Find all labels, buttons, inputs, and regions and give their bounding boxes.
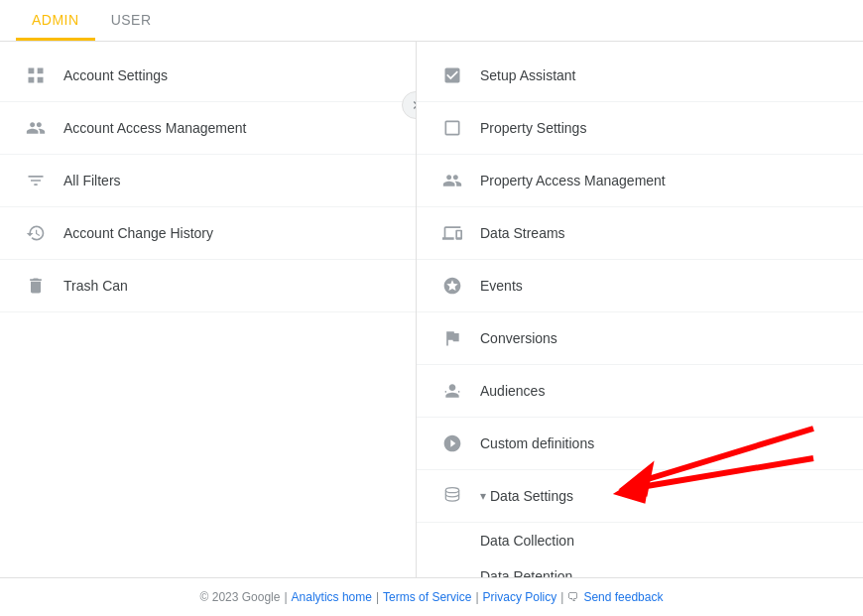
terms-link[interactable]: Terms of Service <box>383 590 471 604</box>
audiences-label: Audiences <box>480 383 545 399</box>
right-column: Setup Assistant Property Settings Proper… <box>417 42 863 577</box>
property-access-management-label: Property Access Management <box>480 173 666 188</box>
trash-icon <box>24 274 48 298</box>
custom-definitions-label: Custom definitions <box>480 435 594 451</box>
check-square-icon <box>440 63 464 87</box>
nav-sub-item-data-retention[interactable]: Data Retention <box>417 558 863 577</box>
grid-icon <box>24 63 48 87</box>
events-label: Events <box>480 278 523 294</box>
nav-item-account-change-history[interactable]: Account Change History <box>0 207 416 260</box>
feedback-link[interactable]: Send feedback <box>583 590 663 604</box>
events-icon <box>440 274 464 298</box>
nav-item-data-settings[interactable]: ▾ Data Settings <box>417 470 863 523</box>
feedback-icon: 🗨 <box>567 590 579 604</box>
top-tabs: ADMIN USER <box>0 0 863 42</box>
all-filters-label: All Filters <box>63 173 121 188</box>
data-retention-label: Data Retention <box>480 568 572 577</box>
left-column: Account Settings Account Access Manageme… <box>0 42 417 577</box>
nav-sub-item-data-collection[interactable]: Data Collection <box>417 523 863 558</box>
property-settings-label: Property Settings <box>480 120 586 136</box>
people-icon <box>24 116 48 140</box>
nav-item-property-access-management[interactable]: Property Access Management <box>417 155 863 207</box>
nav-item-account-access-management[interactable]: Account Access Management <box>0 102 416 155</box>
nav-item-trash-can[interactable]: Trash Can <box>0 260 416 312</box>
streams-icon <box>440 221 464 245</box>
nav-item-account-settings[interactable]: Account Settings <box>0 50 416 102</box>
footer: © 2023 Google | Analytics home | Terms o… <box>0 577 863 616</box>
filter-icon <box>24 169 48 192</box>
history-icon <box>24 221 48 245</box>
nav-item-events[interactable]: Events <box>417 260 863 312</box>
nav-item-all-filters[interactable]: All Filters <box>0 155 416 207</box>
nav-item-conversions[interactable]: Conversions <box>417 312 863 365</box>
setup-assistant-label: Setup Assistant <box>480 67 576 83</box>
nav-item-audiences[interactable]: Audiences <box>417 365 863 418</box>
expand-arrow-icon: ▾ <box>480 489 486 503</box>
conversions-label: Conversions <box>480 330 557 346</box>
data-collection-label: Data Collection <box>480 533 574 549</box>
tab-user[interactable]: USER <box>95 0 168 41</box>
account-settings-label: Account Settings <box>63 67 168 83</box>
privacy-link[interactable]: Privacy Policy <box>483 590 557 604</box>
custom-def-icon <box>440 431 464 455</box>
people2-icon <box>440 169 464 192</box>
nav-item-data-streams[interactable]: Data Streams <box>417 207 863 260</box>
main-content: Account Settings Account Access Manageme… <box>0 42 863 577</box>
account-access-label: Account Access Management <box>63 120 246 136</box>
trash-can-label: Trash Can <box>63 278 128 294</box>
copyright: © 2023 Google <box>200 590 281 604</box>
data-streams-label: Data Streams <box>480 225 565 241</box>
analytics-home-link[interactable]: Analytics home <box>292 590 372 604</box>
svg-point-1 <box>445 488 458 493</box>
account-change-history-label: Account Change History <box>63 225 213 241</box>
database-icon <box>440 484 464 508</box>
audiences-icon <box>440 379 464 403</box>
data-settings-label: Data Settings <box>490 488 573 504</box>
tab-admin[interactable]: ADMIN <box>16 0 95 41</box>
nav-item-setup-assistant[interactable]: Setup Assistant <box>417 50 863 102</box>
nav-item-custom-definitions[interactable]: Custom definitions <box>417 418 863 470</box>
nav-item-property-settings[interactable]: Property Settings <box>417 102 863 155</box>
flag-icon <box>440 326 464 350</box>
square-icon <box>440 116 464 140</box>
